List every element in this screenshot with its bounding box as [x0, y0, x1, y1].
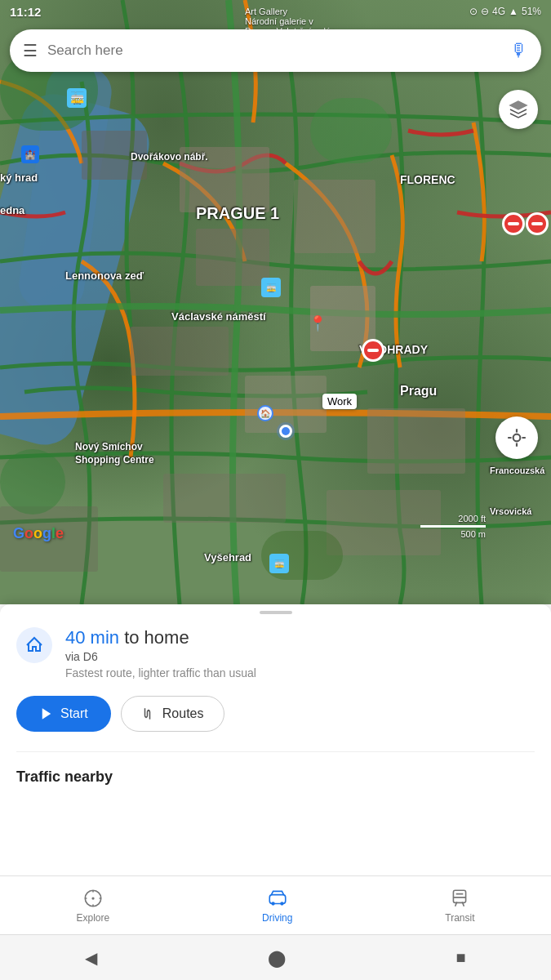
bottom-nav: Explore Driving Transit — [0, 875, 551, 934]
traffic-section: Traffic nearby — [16, 751, 535, 792]
explore-icon — [82, 888, 104, 909]
svg-marker-1 — [42, 708, 51, 719]
google-logo: Google — [13, 525, 64, 542]
current-location-marker — [279, 425, 292, 438]
home-destination-marker: 🏠 — [257, 405, 273, 421]
work-marker: Work — [322, 394, 357, 409]
svg-point-5 — [271, 902, 274, 905]
location-icon — [506, 427, 527, 448]
no-entry-sign-1 — [362, 339, 384, 362]
svg-rect-7 — [454, 890, 466, 902]
start-button[interactable]: Start — [16, 696, 111, 732]
status-time: 11:12 — [10, 5, 41, 19]
routes-button[interactable]: Routes — [121, 696, 224, 732]
battery-level: 51% — [522, 6, 541, 17]
routes-label: Routes — [162, 706, 204, 721]
map-scale: 2000 ft 500 m — [420, 514, 486, 539]
route-time: 40 min to home — [65, 627, 535, 648]
routes-icon — [141, 706, 156, 721]
layers-icon — [509, 100, 528, 119]
transit-icon — [449, 888, 470, 909]
start-label: Start — [60, 706, 88, 721]
svg-point-3 — [91, 897, 94, 899]
no-entry-sign-3 — [526, 212, 549, 235]
route-via: via D6 — [65, 650, 535, 663]
search-input[interactable] — [47, 42, 510, 59]
map-area[interactable]: PRAGUE 1 FLORENC VINOHRADY Pragu Václavs… — [0, 0, 551, 604]
home-icon — [16, 627, 52, 663]
route-text: 40 min to home via D6 Fastest route, lig… — [65, 627, 535, 679]
mic-icon[interactable]: 🎙 — [510, 40, 528, 61]
nav-transit[interactable]: Transit — [445, 888, 474, 924]
transit-marker-3: 🚋 — [261, 278, 281, 297]
driving-icon — [267, 888, 288, 909]
explore-label: Explore — [76, 912, 109, 924]
status-icons: ⊙ ⊖ 4G ▲ 51% — [469, 6, 541, 17]
back-button[interactable]: ◀ — [85, 948, 97, 968]
nav-explore[interactable]: Explore — [76, 888, 109, 924]
home-button[interactable]: ⬤ — [268, 948, 286, 968]
svg-point-0 — [513, 434, 521, 442]
svg-point-6 — [280, 902, 283, 905]
pin-marker: 📍 — [309, 314, 327, 332]
do-not-disturb-icon: ⊖ — [481, 6, 489, 17]
transit-label: Transit — [445, 912, 474, 924]
route-description: Fastest route, lighter traffic than usua… — [65, 666, 535, 679]
location-button[interactable] — [495, 416, 538, 459]
status-bar: 11:12 ⊙ ⊖ 4G ▲ 51% — [0, 0, 551, 23]
search-bar[interactable]: ☰ 🎙 — [10, 29, 541, 72]
route-info: 40 min to home via D6 Fastest route, lig… — [16, 627, 535, 679]
system-nav: ◀ ⬤ ■ — [0, 934, 551, 980]
house-icon — [24, 635, 44, 655]
travel-time: 40 min — [65, 627, 119, 648]
hamburger-icon[interactable]: ☰ — [23, 41, 38, 60]
action-buttons: Start Routes — [16, 696, 535, 732]
traffic-title: Traffic nearby — [16, 768, 535, 786]
signal-bars: ▲ — [509, 6, 518, 17]
castle-marker: 🏰 — [21, 145, 39, 163]
start-icon — [39, 706, 54, 721]
nav-driving[interactable]: Driving — [262, 888, 292, 924]
drag-handle[interactable] — [260, 611, 292, 614]
no-entry-sign-2 — [502, 212, 525, 235]
layers-button[interactable] — [499, 90, 538, 129]
cast-icon: ⊙ — [469, 6, 478, 17]
transit-marker-1: 🚋 — [67, 88, 87, 108]
travel-suffix: to home — [119, 627, 189, 648]
recents-button[interactable]: ■ — [456, 948, 466, 967]
driving-label: Driving — [262, 912, 292, 924]
network-icon: 4G — [492, 6, 505, 17]
transit-marker-4: 🚋 — [269, 554, 289, 573]
